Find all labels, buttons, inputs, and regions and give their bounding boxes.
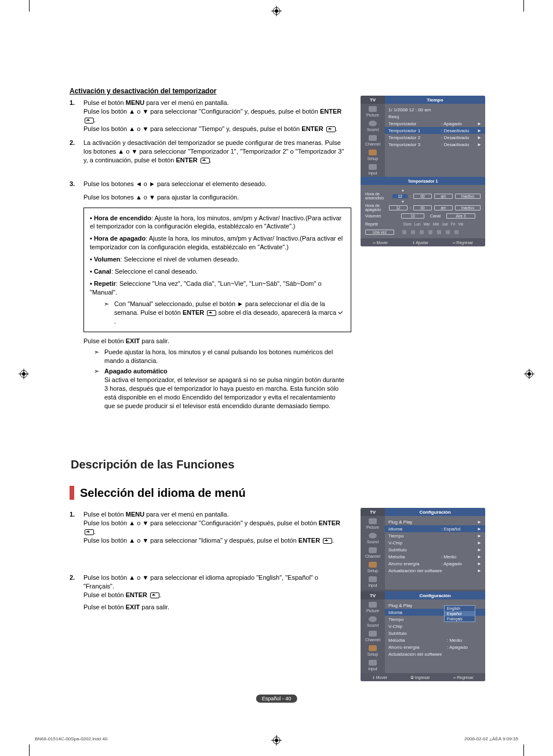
osd-tv-label: TV	[361, 508, 385, 516]
osd-title: Configuración	[385, 508, 485, 516]
major-heading: Descripción de las Funciones	[71, 458, 234, 471]
osd-foot-adjust: Ajustar	[412, 241, 428, 245]
step-number: 2.	[70, 139, 83, 165]
language-dropdown[interactable]: English Español Français	[444, 605, 475, 622]
channel-icon	[369, 547, 377, 553]
sound-icon	[369, 616, 377, 622]
osd-config2-panel: TV Configuración Picture Sound Channel S…	[361, 591, 485, 681]
osd-row[interactable]: Temporizador 3: Desactivado►	[388, 141, 482, 148]
dropdown-option[interactable]: Français	[445, 616, 475, 621]
osd-foot-return: Regresar	[453, 241, 473, 245]
registration-mark-icon	[524, 369, 534, 379]
heading-bar-icon	[70, 486, 74, 500]
enter-icon	[201, 158, 210, 163]
osd-row[interactable]: Tiempo►	[388, 532, 482, 539]
day-checkbox[interactable]	[402, 230, 406, 234]
picture-icon	[369, 602, 377, 608]
sound-icon	[369, 121, 377, 126]
osd-tiempo-panel: TV Tiempo Picture Sound Channel Setup In…	[361, 96, 485, 186]
setup-icon	[369, 645, 377, 651]
sub-heading: Selección del idioma de menú	[80, 486, 246, 500]
osd-row[interactable]: Actualización del software►	[388, 567, 482, 574]
osd-tv-label: TV	[361, 96, 385, 104]
dropdown-option-selected[interactable]: Español	[445, 611, 475, 616]
osd-row[interactable]: V-Chip►	[388, 539, 482, 546]
note-icon: ➣	[104, 300, 114, 326]
osd-title: Tiempo	[385, 96, 485, 104]
osd-row[interactable]: Reloj	[388, 113, 482, 120]
osd-row[interactable]: Melodía: Medio	[388, 637, 482, 644]
enter-icon	[323, 538, 332, 544]
enter-icon	[85, 529, 94, 535]
setup-icon	[369, 562, 377, 568]
osd-row-selected[interactable]: Idioma: Español►	[385, 525, 485, 532]
osd-foot-move: Mover	[373, 241, 388, 245]
osd-foot-enter: Ingresar	[410, 675, 430, 679]
osd-row-selected[interactable]: Temporizador 1: Desactivado►	[385, 127, 485, 134]
osd-title: Configuración	[385, 591, 485, 599]
timer-repeat-row[interactable]: Repetir Dom Lun Mar Mié Jue Fri Vie	[365, 220, 481, 228]
osd-row[interactable]: Ahorro energía: Apagado	[388, 644, 482, 650]
footer-right: 2008-02-02 ¿ÀÈÄ 9:09:35	[464, 736, 518, 742]
section-heading: Activación y desactivación del temporiza…	[70, 87, 348, 95]
svg-point-11	[527, 372, 531, 376]
step-number: 3.	[70, 180, 83, 202]
osd-clock: 1/ 1/2008 12 : 00 am	[388, 107, 482, 112]
day-checkbox[interactable]	[446, 230, 450, 234]
osd-foot-return: Regresar	[453, 675, 474, 679]
picture-icon	[369, 518, 377, 524]
osd-tv-label: TV	[361, 591, 385, 599]
timer-once-row[interactable]: Una vez	[365, 228, 481, 236]
osd-row[interactable]: Actualización del software	[388, 650, 482, 657]
input-icon	[369, 576, 377, 582]
timer-volume-row[interactable]: Volumen 10 Canal Aire 3	[365, 212, 481, 220]
channel-icon	[369, 135, 377, 141]
day-checkbox[interactable]	[420, 230, 424, 234]
osd-foot-move: Mover	[372, 675, 387, 679]
channel-icon	[369, 631, 377, 637]
osd-row[interactable]: Plug & Play►	[388, 518, 482, 525]
svg-point-15	[275, 739, 278, 742]
registration-mark-icon	[271, 6, 282, 16]
check-icon	[338, 311, 344, 315]
day-checkbox[interactable]	[428, 230, 432, 234]
osd-row[interactable]: Ahorro energía: Apagado►	[388, 560, 482, 567]
osd-sidebar: Picture Sound Channel Setup Input	[361, 516, 385, 590]
timer-on-row[interactable]: Hora de encendido 12: 00 am Inactivo	[365, 192, 481, 200]
step-body: Pulse el botón MENU para ver el menú en …	[83, 99, 348, 133]
enter-icon	[207, 310, 216, 316]
input-icon	[369, 164, 377, 170]
setup-icon	[369, 150, 377, 155]
dropdown-option[interactable]: English	[445, 606, 475, 611]
day-checkbox[interactable]	[437, 230, 441, 234]
osd-row[interactable]: Temporizador 2: Desactivado►	[388, 134, 482, 141]
note-text: Puede ajustar la hora, los minutos y el …	[104, 348, 348, 365]
day-checkbox[interactable]	[454, 230, 459, 234]
osd-row[interactable]: Subtítulo►	[388, 546, 482, 553]
note-icon: ➣	[94, 367, 104, 410]
enter-icon	[326, 126, 336, 132]
step-body: Pulse los botón ▲ o ▼ para seleccionar e…	[83, 573, 348, 611]
sound-icon	[369, 533, 377, 539]
registration-mark-icon	[19, 369, 29, 379]
input-icon	[369, 660, 377, 666]
osd-sidebar: Picture Sound Channel Setup Input	[361, 599, 385, 673]
step-body: Pulse el botón MENU para ver el menú en …	[83, 510, 348, 544]
osd-row[interactable]: V-Chip	[388, 623, 482, 630]
osd-row[interactable]: Temporizador: Apagado►	[388, 120, 482, 127]
registration-mark-icon	[271, 735, 282, 746]
footer-left: BN68-01514C-00Spa-0202.indd 40	[35, 736, 107, 742]
osd-row[interactable]: Subtítulo	[388, 630, 482, 637]
day-checkbox[interactable]	[411, 230, 415, 234]
osd-row[interactable]: Melodía: Medio►	[388, 553, 482, 560]
step-number: 1.	[70, 510, 83, 544]
svg-point-7	[22, 372, 26, 376]
detail-box: Hora de encendido: Ajuste la hora, los m…	[83, 208, 351, 332]
svg-point-3	[275, 9, 278, 13]
note-text: Apagado automático Si activa el temporiz…	[104, 367, 348, 410]
osd-timer1-panel: Temporizador 1 ▲ Hora de encendido 12: 0…	[361, 177, 485, 246]
exit-instruction: Pulse el botón EXIT para salir.	[83, 337, 348, 346]
osd-config-panel: TV Configuración Picture Sound Channel S…	[361, 508, 485, 598]
timer-off-row[interactable]: Hora de apagado 12: 00 am Inactivo	[365, 203, 481, 212]
step-number: 2.	[70, 573, 83, 611]
